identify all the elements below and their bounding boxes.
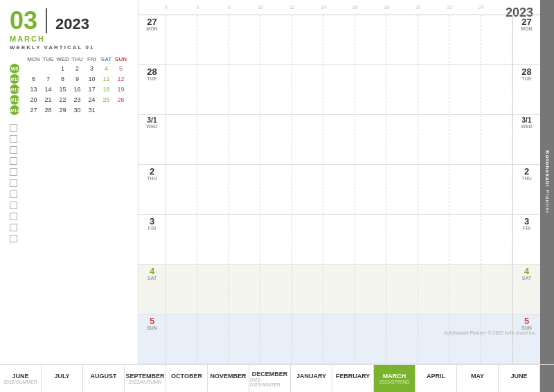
footer-month-february[interactable]: FEBRUARY [332, 365, 374, 392]
day-row-wed: 3/1 WED 3/1 [138, 115, 554, 165]
day-abbr-sat: SAT [148, 276, 157, 280]
thu-header: THU [70, 56, 84, 62]
hour-label-18: 18 [384, 5, 389, 10]
check-item [10, 190, 128, 198]
check-item [10, 157, 128, 165]
day-grid-thu[interactable] [166, 165, 512, 214]
planner-top-left [138, 0, 166, 15]
day-abbr-right-thu: THU [521, 176, 531, 181]
day-num-sat: 4 [150, 267, 154, 276]
footer-month-june-2023[interactable]: JUNE [499, 365, 540, 392]
check-item [10, 179, 128, 187]
footer-month-may[interactable]: MAY [457, 365, 499, 392]
week-num-w13: W13 [10, 105, 26, 115]
day-grid-mon[interactable] [166, 15, 512, 64]
tue-header: TUE [41, 56, 55, 62]
footer-month-january[interactable]: JANUARY [291, 365, 332, 392]
day-right-sat: 4 SAT [512, 265, 540, 314]
footer-month-march[interactable]: MARCH 2023/SPRING [374, 365, 416, 392]
spine-brand: Kotohakabi [544, 150, 551, 188]
checkbox[interactable] [10, 157, 17, 165]
checkbox[interactable] [10, 146, 17, 154]
checkbox[interactable] [10, 190, 17, 198]
day-row-sun: 5 SUN 5 [138, 314, 554, 364]
hour-label-4: 4 [165, 5, 168, 10]
footer-month-july[interactable]: JULY [42, 365, 83, 392]
day-row-thu: 2 THU 2 [138, 165, 554, 215]
mini-cal-row-w10: W10 6 7 8 9 10 11 12 [10, 74, 128, 84]
day-row-mon: 27 MON 27 [138, 15, 554, 65]
footer-month-august[interactable]: AUGUST [83, 365, 125, 392]
footer-month-june-2022[interactable]: JUNE 2022/SUMMER [0, 365, 42, 392]
day-abbr-right-mon: MON [521, 26, 532, 31]
checkbox[interactable] [10, 124, 17, 132]
checkbox[interactable] [10, 179, 17, 187]
day-right-thu: 2 THU [512, 165, 540, 214]
hour-label-20: 20 [416, 5, 421, 10]
checkbox[interactable] [10, 235, 17, 242]
week-num-w11: W11 [10, 84, 26, 94]
day-grid-tue[interactable] [166, 65, 512, 114]
day-left-sun: 5 SUN [138, 314, 166, 364]
year-divider [46, 8, 47, 33]
right-spine: Kotohakabi Planner [540, 0, 554, 364]
checkbox[interactable] [10, 213, 17, 220]
day-left-thu: 2 THU [138, 165, 166, 214]
checkbox[interactable] [10, 135, 17, 143]
mon-header: MON [26, 56, 41, 62]
footer-month-november[interactable]: NOVEMBER [208, 365, 249, 392]
grid-lines-fri [166, 215, 512, 264]
hour-label-12: 12 [289, 5, 295, 10]
sat-header: SAT [99, 56, 114, 62]
day-num-right-wed: 3/1 [522, 117, 532, 124]
day-left-fri: 3 FRI [138, 215, 166, 264]
day-num-sun: 5 [150, 317, 154, 326]
hour-label-10: 10 [258, 5, 263, 10]
day-left-tue: 28 TUE [138, 65, 166, 114]
check-item [10, 202, 128, 209]
main-area: 03 2023 MARCH WEEKLY VARTICAL 01 MON TUE… [0, 0, 554, 364]
mini-cal-row-w13: W13 27 28 29 30 31 [10, 105, 128, 115]
day-abbr-right-sun: SUN [521, 326, 532, 330]
mini-cal-row-w09: W9 1 2 3 4 5 [10, 64, 128, 73]
checkbox[interactable] [10, 202, 17, 209]
footer-month-december[interactable]: DECEMBER 2022-2023/WINTER [249, 365, 291, 392]
day-abbr-thu: THU [147, 176, 157, 181]
week-num-w12: W12 [10, 95, 26, 105]
hour-label-22: 22 [447, 5, 452, 10]
check-item [10, 235, 128, 242]
hour-markers: 4 6 8 10 12 14 16 18 20 22 24 [166, 0, 512, 15]
day-right-wed: 3/1 WED [512, 115, 540, 164]
day-abbr-right-tue: TUE [522, 76, 532, 81]
planner-top-right [512, 0, 540, 15]
footer-month-september[interactable]: SEPTEMBER 2022/AUTUMN [125, 365, 166, 392]
day-abbr-mon: MON [146, 26, 157, 31]
fri-header: FRI [84, 56, 99, 62]
left-panel: 03 2023 MARCH WEEKLY VARTICAL 01 MON TUE… [0, 0, 138, 364]
check-item [10, 146, 128, 154]
day-abbr-tue: TUE [148, 76, 157, 81]
grid-lines-mon [166, 15, 512, 64]
mini-cal-header: MON TUE WED THU FRI SAT SUN [10, 56, 128, 62]
footer-month-october[interactable]: OCTOBER [166, 365, 208, 392]
month-name: MARCH [10, 35, 128, 43]
day-grid-sun[interactable] [166, 314, 512, 364]
grid-lines-wed [166, 115, 512, 164]
day-row-tue: 28 TUE 28 [138, 65, 554, 115]
grid-lines-tue [166, 65, 512, 114]
sun-header: SUN [114, 56, 128, 62]
day-num-tue: 28 [147, 67, 157, 76]
day-grid-fri[interactable] [166, 215, 512, 264]
hour-label-8: 8 [228, 5, 231, 10]
day-abbr-wed: WED [146, 124, 157, 129]
checkbox[interactable] [10, 224, 17, 231]
time-header: 4 6 8 10 12 14 16 18 20 22 24 [138, 0, 554, 15]
check-item [10, 135, 128, 143]
day-grid-wed[interactable] [166, 115, 512, 164]
day-grid-sat[interactable] [166, 265, 512, 314]
day-abbr-sun: SUN [147, 326, 157, 330]
checkbox[interactable] [10, 168, 17, 176]
footer-month-april[interactable]: APRIL [416, 365, 457, 392]
hour-label-16: 16 [352, 5, 358, 10]
mini-calendar: MON TUE WED THU FRI SAT SUN W9 1 2 3 4 [10, 56, 128, 116]
